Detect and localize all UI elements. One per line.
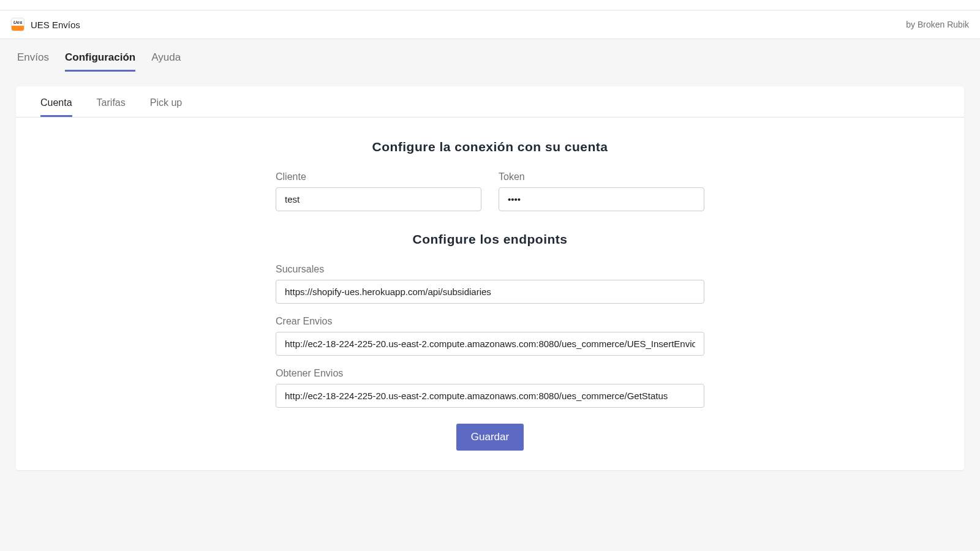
config-card: Cuenta Tarifas Pick up Configure la cone… (16, 86, 964, 470)
subtab-cuenta[interactable]: Cuenta (40, 86, 72, 117)
main-nav: Envíos Configuración Ayuda (0, 39, 980, 72)
cliente-label: Cliente (276, 171, 481, 182)
crear-label: Crear Envios (276, 316, 704, 327)
credentials-row: Cliente Token (40, 171, 940, 211)
byline-text: by Broken Rubik (906, 20, 969, 29)
obtener-row: Obtener Envios (40, 368, 940, 408)
cliente-input[interactable] (276, 187, 481, 211)
crear-row: Crear Envios (40, 316, 940, 356)
obtener-input[interactable] (276, 384, 704, 408)
subtab-tarifas[interactable]: Tarifas (97, 86, 126, 117)
tab-envios[interactable]: Envíos (17, 51, 49, 72)
token-label: Token (499, 171, 704, 182)
header-left: UES Envíos (11, 18, 80, 31)
button-row: Guardar (40, 424, 940, 451)
subtab-pickup[interactable]: Pick up (150, 86, 182, 117)
section-title-endpoints: Configure los endpoints (40, 232, 940, 247)
obtener-label: Obtener Envios (276, 368, 704, 379)
sucursales-label: Sucursales (276, 264, 704, 275)
ues-logo-icon (11, 18, 24, 31)
cliente-group: Cliente (276, 171, 481, 211)
token-input[interactable] (499, 187, 704, 211)
tab-configuracion[interactable]: Configuración (65, 51, 135, 72)
sucursales-group: Sucursales (276, 264, 704, 304)
section-title-connection: Configure la conexión con su cuenta (40, 140, 940, 154)
obtener-group: Obtener Envios (276, 368, 704, 408)
sub-tabs: Cuenta Tarifas Pick up (16, 86, 964, 118)
form-section: Configure la conexión con su cuenta Clie… (16, 118, 964, 470)
crear-group: Crear Envios (276, 316, 704, 356)
tab-ayuda[interactable]: Ayuda (151, 51, 181, 72)
token-group: Token (499, 171, 704, 211)
save-button[interactable]: Guardar (456, 424, 524, 451)
top-bar-spacer (0, 0, 980, 10)
crear-input[interactable] (276, 332, 704, 356)
content-area: Cuenta Tarifas Pick up Configure la cone… (0, 72, 980, 485)
sucursales-input[interactable] (276, 280, 704, 304)
endpoints-section: Configure los endpoints Sucursales Crear… (40, 232, 940, 451)
main-tabs: Envíos Configuración Ayuda (17, 51, 963, 72)
app-title: UES Envíos (31, 20, 80, 30)
header: UES Envíos by Broken Rubik (0, 10, 980, 39)
sucursales-row: Sucursales (40, 264, 940, 304)
